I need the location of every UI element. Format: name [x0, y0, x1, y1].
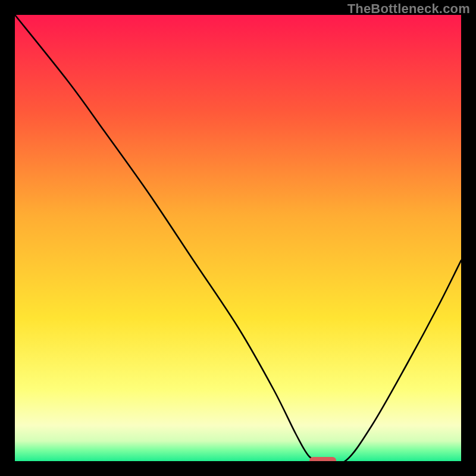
chart-svg: [15, 15, 461, 461]
plot-area: [15, 15, 461, 461]
chart-frame: TheBottleneck.com: [0, 0, 476, 476]
gradient-background: [15, 15, 461, 461]
optimal-marker: [309, 457, 336, 461]
